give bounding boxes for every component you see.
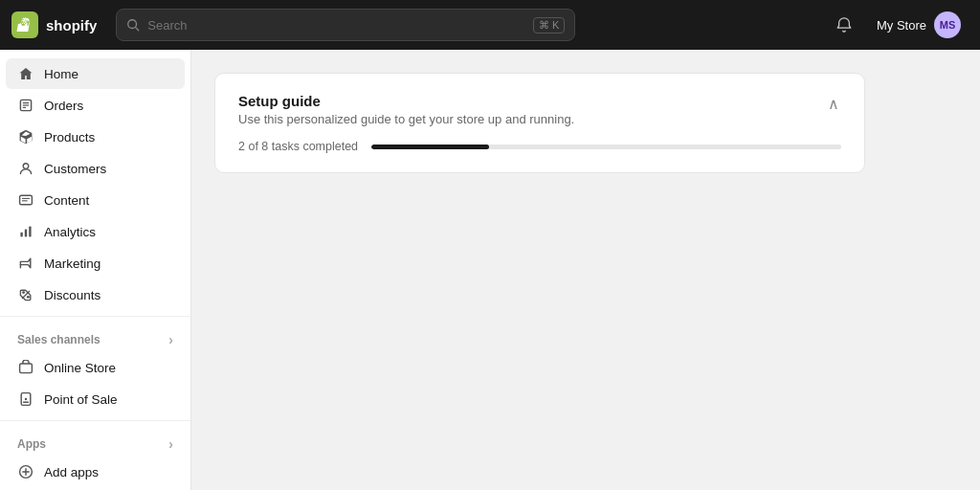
bell-icon [835, 16, 853, 33]
svg-point-7 [23, 164, 29, 169]
sidebar-divider-2 [0, 420, 190, 421]
app-layout: Home Orders Products Customers [0, 50, 980, 490]
progress-section: 2 of 8 tasks completed [238, 140, 841, 153]
setup-card-text: Setup guide Use this personalized guide … [238, 93, 574, 126]
sidebar-item-marketing[interactable]: Marketing [6, 248, 185, 278]
sidebar-item-customers-label: Customers [44, 162, 106, 176]
apps-chevron-icon[interactable]: › [168, 436, 173, 452]
shopify-bag-icon [11, 11, 38, 38]
sidebar-item-pos-label: Point of Sale [44, 392, 118, 407]
apps-label: Apps [17, 437, 46, 451]
apps-section: Apps › [0, 427, 190, 456]
progress-bar-track [371, 145, 841, 149]
sidebar-item-home-label: Home [44, 67, 78, 81]
sidebar-item-products[interactable]: Products [6, 122, 185, 152]
sales-channels-chevron-icon[interactable]: › [168, 332, 173, 347]
svg-point-15 [22, 291, 25, 294]
sidebar-item-analytics[interactable]: Analytics [6, 216, 185, 247]
setup-guide-card: Setup guide Use this personalized guide … [214, 73, 865, 173]
main-content: Setup guide Use this personalized guide … [191, 50, 980, 490]
sidebar-item-customers[interactable]: Customers [6, 153, 185, 184]
chevron-up-icon: ∧ [828, 96, 839, 112]
svg-rect-11 [20, 233, 22, 237]
sidebar-item-discounts-label: Discounts [44, 288, 100, 302]
home-icon [17, 65, 34, 82]
store-button[interactable]: My Store MS [869, 8, 969, 42]
sidebar-item-content[interactable]: Content [6, 185, 185, 215]
add-apps-item[interactable]: Add apps [6, 457, 185, 487]
sidebar-item-marketing-label: Marketing [44, 256, 100, 271]
sidebar-item-analytics-label: Analytics [44, 225, 96, 239]
pos-icon [17, 390, 34, 408]
svg-line-2 [136, 28, 139, 31]
setup-guide-title: Setup guide [238, 93, 574, 109]
notifications-button[interactable] [829, 10, 859, 40]
progress-label: 2 of 8 tasks completed [238, 140, 358, 153]
sidebar-item-home[interactable]: Home [6, 58, 185, 89]
sales-channels-section: Sales channels › [0, 323, 190, 351]
sidebar-item-online-store-label: Online Store [44, 361, 116, 375]
customers-icon [17, 160, 34, 177]
sidebar-item-orders[interactable]: Orders [6, 90, 185, 121]
shopify-wordmark: shopify [46, 17, 97, 33]
svg-rect-8 [20, 195, 33, 205]
search-input[interactable] [147, 18, 525, 33]
content-icon [17, 191, 34, 209]
setup-guide-collapse-button[interactable]: ∧ [826, 93, 841, 115]
svg-point-16 [27, 296, 30, 299]
sidebar: Home Orders Products Customers [0, 50, 191, 490]
svg-rect-12 [25, 230, 27, 237]
setup-guide-subtitle: Use this personalized guide to get your … [238, 112, 574, 126]
svg-rect-13 [29, 226, 31, 236]
topnav-right: My Store MS [829, 8, 969, 42]
search-bar[interactable]: ⌘ K [116, 9, 575, 41]
sidebar-divider [0, 316, 190, 317]
search-icon [126, 18, 140, 32]
svg-rect-18 [20, 364, 33, 373]
sidebar-item-point-of-sale[interactable]: Point of Sale [6, 384, 185, 414]
avatar: MS [934, 11, 961, 38]
add-apps-label: Add apps [44, 465, 99, 479]
search-shortcut: ⌘ K [533, 17, 565, 33]
shopify-logo[interactable]: shopify [11, 11, 97, 38]
analytics-icon [17, 223, 34, 240]
marketing-icon [17, 255, 34, 272]
sidebar-item-orders-label: Orders [44, 99, 83, 113]
top-navigation: shopify ⌘ K My Store MS [0, 0, 980, 50]
products-icon [17, 128, 34, 145]
sidebar-item-discounts[interactable]: Discounts [6, 279, 185, 310]
sidebar-item-online-store[interactable]: Online Store [6, 352, 185, 383]
store-name: My Store [877, 18, 926, 33]
orders-icon [17, 97, 34, 114]
sales-channels-label: Sales channels [17, 333, 100, 346]
add-apps-icon [17, 463, 34, 480]
sidebar-item-content-label: Content [44, 193, 89, 208]
online-store-icon [17, 359, 34, 376]
sidebar-item-products-label: Products [44, 130, 95, 145]
discounts-icon [17, 286, 34, 303]
svg-point-21 [25, 398, 27, 400]
setup-card-header: Setup guide Use this personalized guide … [238, 93, 841, 126]
progress-bar-fill [371, 145, 489, 149]
